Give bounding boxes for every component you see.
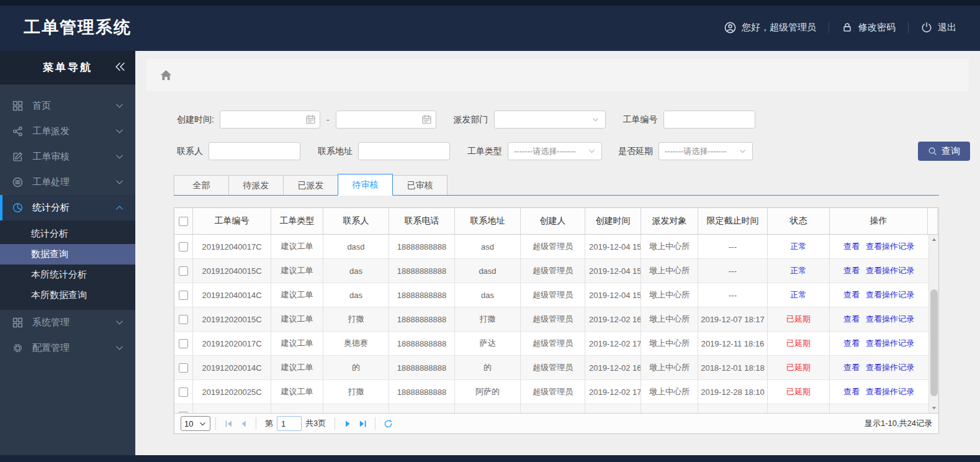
select-all-checkbox[interactable] [179,217,188,226]
scroll-down-icon[interactable] [929,403,938,413]
row-checkbox[interactable] [179,363,188,373]
row-checkbox-cell [174,259,193,283]
cell-actions: 查看查看操作记录 [830,235,928,258]
view-log-link[interactable]: 查看操作记录 [866,362,914,373]
cell-phone: 18888888888 [389,283,455,307]
cell-address: dasd [455,259,521,283]
row-checkbox-cell [174,404,193,413]
cell-address: 打撒 [455,307,521,331]
tab-已审核[interactable]: 已审核 [392,175,447,195]
delay-select[interactable]: -------请选择------- [659,142,753,160]
vertical-scrollbar[interactable] [928,235,938,413]
row-checkbox[interactable] [179,291,188,300]
page-number-input[interactable]: 1 [277,416,302,431]
sidebar-item-系统管理[interactable]: 系统管理 [0,310,135,335]
view-log-link[interactable]: 查看操作记录 [866,265,914,276]
pager-divider [256,417,256,430]
create-time-start-input[interactable] [220,111,320,129]
cell-contact: 奥德赛 [323,332,389,355]
submenu-item-本所数据查询[interactable]: 本所数据查询 [0,285,135,306]
cell-status: 已延期 [768,332,830,355]
cell-order_type: 建议工单 [271,235,323,258]
sidebar-item-工单派发[interactable]: 工单派发 [0,119,135,144]
cell-create_time: 2019-12-04 15 [585,235,641,258]
view-log-link[interactable]: 查看操作记录 [866,314,914,325]
contact-input[interactable] [209,142,300,160]
row-checkbox[interactable] [179,339,188,348]
status-badge: 正常 [791,241,807,252]
scroll-up-icon[interactable] [929,235,938,245]
home-icon[interactable] [160,69,173,82]
sidebar-item-工单处理[interactable]: 工单处理 [0,170,135,195]
order-no-input[interactable] [663,111,755,129]
cell-actions: 查看查看操作记录 [830,380,928,404]
row-checkbox[interactable] [179,315,188,324]
tab-已派发[interactable]: 已派发 [283,175,338,195]
address-input[interactable] [358,142,450,160]
sidebar-item-配置管理[interactable]: 配置管理 [0,335,135,361]
tab-待审核[interactable]: 待审核 [338,174,393,196]
logout-button[interactable]: 退出 [921,22,956,34]
create-time-end-field[interactable] [336,111,436,129]
page-size-select[interactable]: 10 [181,416,210,431]
cell-actions: 查看查看操作记录 [830,259,928,283]
cell-dispatch_target: 墩上中心所 [641,259,698,283]
submenu-item-数据查询[interactable]: 数据查询 [0,244,135,265]
scrollbar-thumb[interactable] [930,289,938,396]
cell-order_no: 201912020014C [193,356,271,379]
create-time-end-input[interactable] [336,111,436,129]
cell-create_time: 2019-12-02 16 [585,356,641,379]
row-checkbox[interactable] [179,387,188,397]
view-link[interactable]: 查看 [843,362,860,373]
submenu: 统计分析数据查询本所统计分析本所数据查询 [0,220,135,310]
first-page-icon[interactable] [221,416,236,431]
refresh-icon[interactable] [380,416,395,431]
next-page-icon[interactable] [340,416,355,431]
tab-全部[interactable]: 全部 [174,175,229,195]
sidebar-item-统计分析[interactable]: 统计分析 [0,195,135,220]
sidebar-item-label: 首页 [32,100,115,112]
address-label: 联系地址 [318,146,353,157]
create-time-start-field[interactable] [220,111,320,129]
view-link[interactable]: 查看 [843,338,860,349]
tab-待派发[interactable]: 待派发 [228,175,284,195]
row-checkbox[interactable] [179,266,188,276]
sidebar-item-label: 统计分析 [32,202,115,214]
submenu-item-统计分析[interactable]: 统计分析 [0,224,135,244]
sidebar-item-工单审核[interactable]: 工单审核 [0,144,135,170]
double-chevron-left-icon[interactable] [115,61,125,72]
last-page-icon[interactable] [355,416,370,431]
column-header: 状态 [768,208,830,234]
status-badge: 已延期 [786,338,811,349]
search-button[interactable]: 查询 [918,142,970,161]
cell-actions: 查看查看操作记录 [830,283,928,307]
view-log-link[interactable]: 查看操作记录 [866,338,914,349]
date-range-separator: - [326,115,330,125]
view-link[interactable]: 查看 [843,289,860,301]
cell-creator [521,404,585,413]
sidebar-item-首页[interactable]: 首页 [0,93,135,119]
view-link[interactable]: 查看 [843,265,860,276]
change-password-button[interactable]: 修改密码 [842,22,896,34]
submenu-item-本所统计分析[interactable]: 本所统计分析 [0,265,135,285]
view-link[interactable]: 查看 [843,241,860,252]
view-link[interactable]: 查看 [843,386,860,397]
column-header: 限定截止时间 [698,208,768,234]
sidebar-menu: 首页工单派发工单审核工单处理统计分析统计分析数据查询本所统计分析本所数据查询系统… [0,84,135,455]
order-type-select[interactable]: -------请选择------- [508,142,602,160]
search-icon [928,147,937,156]
view-log-link[interactable]: 查看操作记录 [866,289,914,301]
prev-page-icon[interactable] [236,416,251,431]
row-checkbox[interactable] [179,412,188,414]
sidebar-nav-title-text: 菜单导航 [43,60,92,75]
cell-dispatch_target: 墩上中心所 [641,356,698,379]
view-log-link[interactable]: 查看操作记录 [866,241,914,252]
greeting-item[interactable]: 您好，超级管理员 [724,22,816,34]
dispatch-dept-select[interactable] [494,111,606,129]
app-window: 工单管理系统 您好，超级管理员 修改密码 退出 菜单导航 [0,0,980,462]
row-checkbox[interactable] [179,242,188,251]
view-log-link[interactable]: 查看操作记录 [866,386,914,397]
view-link[interactable]: 查看 [843,314,860,325]
cell-order_type: 建议工单 [271,380,323,404]
scrollbar-header-gap [928,208,938,234]
